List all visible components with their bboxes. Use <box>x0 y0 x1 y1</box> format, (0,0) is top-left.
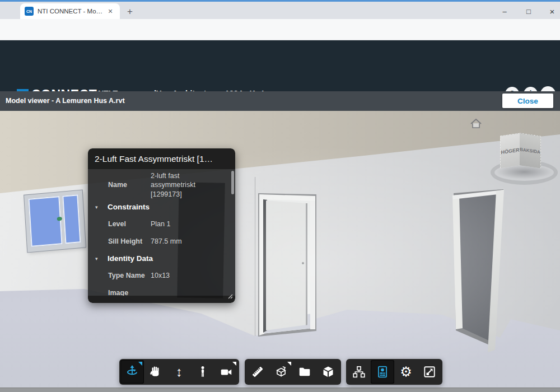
property-row: Name 2-luft fast assymmetriskt [1299173] <box>88 171 235 199</box>
property-row: Image <box>88 284 235 296</box>
window-minimize-button[interactable]: – <box>496 5 513 18</box>
property-row: Type Name 10x13 <box>88 267 235 284</box>
fullscreen-button[interactable] <box>418 360 441 384</box>
browser-toolbar: ← → ↻ connect.nti.biz/project/4471/model… <box>0 19 560 40</box>
cube-icon <box>321 365 335 379</box>
window-maximize-button[interactable]: □ <box>520 5 537 18</box>
gear-icon: ⚙ <box>400 364 412 380</box>
home-view-icon[interactable] <box>469 118 483 130</box>
zoom-tool-button[interactable]: ↕ <box>167 360 191 384</box>
dropdown-arrow-icon <box>287 362 291 366</box>
collapse-caret-icon[interactable]: ▾ <box>95 204 108 210</box>
settings-button[interactable]: ⚙ <box>394 360 418 384</box>
property-row: Level Plan 1 <box>88 216 235 233</box>
dropdown-arrow-icon <box>232 362 236 366</box>
model-file-title: Model viewer - A Lemuren Hus A.rvt <box>6 97 125 105</box>
browser-tab[interactable]: CN NTI CONNECT - Model Viewer × <box>20 3 120 19</box>
section-tool-button[interactable] <box>269 360 293 384</box>
camera-tool-button[interactable] <box>214 360 238 384</box>
panel-resize-handle[interactable] <box>228 291 233 301</box>
orbit-tool-button[interactable] <box>120 360 144 384</box>
collapse-caret-icon[interactable]: ▾ <box>95 256 108 262</box>
properties-panel-title[interactable]: 2-Luft Fast Assymmetriskt [1… <box>88 148 235 169</box>
measure-tool-button[interactable] <box>246 360 269 384</box>
view-cube[interactable]: HÖGER BAKSIDA <box>495 128 557 181</box>
view-cube-face-left[interactable]: HÖGER <box>500 133 520 169</box>
person-icon <box>197 365 209 379</box>
toolbar-group-panels: ⚙ <box>346 359 442 385</box>
panel-footer <box>88 296 235 303</box>
properties-panel-button[interactable] <box>371 360 394 384</box>
properties-panel-body: Name 2-luft fast assymmetriskt [1299173]… <box>88 169 235 296</box>
pan-tool-button[interactable] <box>144 360 167 384</box>
tab-bar: CN NTI CONNECT - Model Viewer × + – □ × <box>0 2 560 19</box>
camera-icon <box>220 365 233 379</box>
tab-title: NTI CONNECT - Model Viewer <box>38 8 106 15</box>
walk-tool-button[interactable] <box>191 360 214 384</box>
window-pane-left <box>28 196 62 247</box>
structure-tree-button[interactable] <box>347 360 371 384</box>
ruler-icon <box>251 365 264 379</box>
models-button[interactable] <box>316 360 340 384</box>
panel-scrollbar-thumb[interactable] <box>231 171 234 194</box>
view-cube-face-right[interactable]: BAKSIDA <box>520 133 541 168</box>
window-pane-right <box>62 194 81 244</box>
selected-window-element[interactable] <box>24 190 86 253</box>
tab-close-icon[interactable]: × <box>108 7 113 16</box>
toolbar-group-tools <box>245 359 341 385</box>
dropdown-arrow-icon <box>138 362 142 366</box>
site-favicon: CN <box>25 7 34 16</box>
property-section: ▾ Identity Data <box>88 250 235 267</box>
folder-icon <box>298 365 311 379</box>
orbit-icon <box>125 365 139 379</box>
fullscreen-icon <box>423 365 436 379</box>
properties-icon <box>376 365 389 379</box>
tree-icon <box>352 365 366 379</box>
close-button[interactable]: Close <box>502 94 553 108</box>
hand-icon <box>149 365 162 379</box>
files-button[interactable] <box>293 360 316 384</box>
section-cube-icon <box>274 365 288 379</box>
app-header: CONNECT NTI TurnaroundYou Architects > 1… <box>0 40 560 91</box>
door-handle <box>302 262 304 264</box>
wall-corner-edge <box>255 177 255 336</box>
property-section: ▾ Constraints <box>88 199 235 216</box>
model-viewport[interactable]: HÖGER BAKSIDA <box>0 111 560 392</box>
window-close-button[interactable]: × <box>544 5 560 18</box>
zoom-updown-icon: ↕ <box>176 364 183 380</box>
new-tab-button[interactable]: + <box>124 6 136 17</box>
property-row: Sill Height 787.5 mm <box>88 233 235 250</box>
viewport-bottom-edge <box>0 388 560 392</box>
toolbar-group-navigation: ↕ <box>119 359 239 385</box>
properties-panel: 2-Luft Fast Assymmetriskt [1… Name 2-luf… <box>88 148 235 303</box>
